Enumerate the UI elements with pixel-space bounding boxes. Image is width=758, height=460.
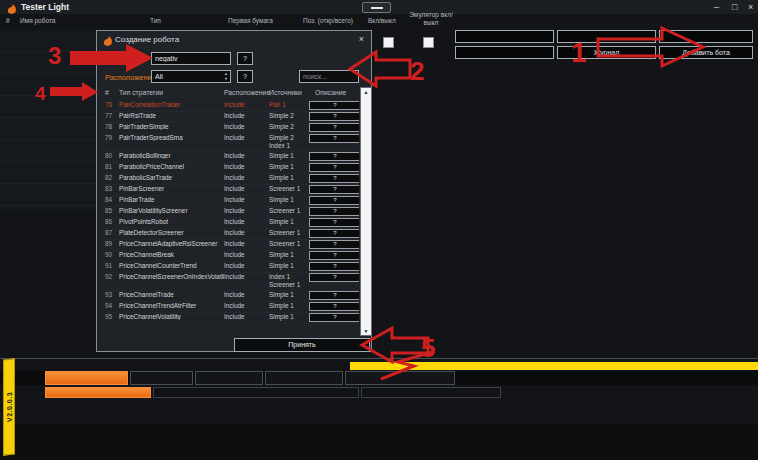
strategy-description-button[interactable]: ? [309,207,359,216]
strategy-description-button[interactable]: ? [309,262,359,271]
strategy-description-button[interactable]: ? [309,240,359,249]
strategy-description-button[interactable]: ? [309,163,359,172]
strategy-row-name: PinBarScreener [119,185,224,192]
bottom-tab[interactable] [265,371,343,385]
strategy-description-button[interactable]: ? [309,134,359,143]
close-button[interactable]: × [748,2,753,12]
spinner-icon[interactable]: ▲▼ [224,71,228,81]
add-bot-button[interactable]: Добавить бота [659,46,753,59]
strategy-row-sources: Simple 1 [269,313,309,321]
strategy-row[interactable]: 82 ParabolicSarTrade Include Simple 1 ? [97,174,359,185]
scroll-up-icon[interactable]: ▲ [361,88,371,96]
strategy-row[interactable]: 90 PriceChannelBreak Include Simple 1 ? [97,251,359,262]
bottom-subtab[interactable] [45,387,151,398]
emulator-checkbox[interactable] [423,37,434,48]
strategy-row[interactable]: 87 PlateDetectorScreener Include Screene… [97,229,359,240]
strategy-row-location: Include [224,185,269,192]
strategy-description-button[interactable]: ? [309,101,359,110]
onoff-checkbox[interactable] [383,37,394,48]
strategy-description-button[interactable]: ? [309,196,359,205]
dialog-title: Создание робота [115,35,179,44]
bottom-tab[interactable] [130,371,193,385]
strategy-row[interactable]: 79 PairTraderSpreadSma Include Simple 2I… [97,134,359,152]
accept-button[interactable]: Принять [234,338,370,352]
strategy-row-name: ParabolicBollinger [119,152,224,159]
main-col-first-paper: Первая бумага [228,17,273,24]
strategy-description-button[interactable]: ? [309,291,359,300]
strategy-row[interactable]: 84 PinBarTrade Include Simple 1 ? [97,196,359,207]
strategy-description-button[interactable]: ? [309,229,359,238]
main-col-emulator: Эмулятор вкл/выкл [408,11,454,27]
dialog-close-icon[interactable]: × [359,34,364,44]
strategy-row-location: Include [224,152,269,159]
journal-button[interactable]: Журнал [557,46,656,59]
strategy-row-number: 83 [105,185,119,192]
strategy-row[interactable]: 93 PriceChannelTrade Include Simple 1 ? [97,291,359,302]
strategy-row-name: PriceChannelScreenerOnIndexVolatility [119,273,224,280]
strategy-row[interactable]: 80 ParabolicBollinger Include Simple 1 ? [97,152,359,163]
search-input[interactable] [299,70,359,83]
strategy-row-location: Include [224,291,269,298]
strategy-row-number: 81 [105,163,119,170]
strategy-row-sources: Simple 2 [269,112,309,120]
strategy-row-name: PivotPointsRobot [119,218,224,225]
strategy-row[interactable]: 77 PairRsiTrade Include Simple 2 ? [97,112,359,123]
strategy-row-sources: Simple 1 [269,152,309,160]
strategy-description-button[interactable]: ? [309,302,359,311]
strategy-description-button[interactable]: ? [309,313,359,322]
location-help-button[interactable]: ? [237,70,253,83]
location-select[interactable]: All ▲▼ [151,70,231,83]
strategy-row-number: 87 [105,229,119,236]
bottom-subtab[interactable] [361,387,501,398]
strategy-row-number: 95 [105,313,119,320]
strategy-row-number: 89 [105,240,119,247]
maximize-button[interactable]: □ [732,2,737,12]
name-help-button[interactable]: ? [237,52,253,65]
strategy-row[interactable]: 94 PriceChannelTrendAtrFilter Include Si… [97,302,359,313]
bottom-tab[interactable] [45,371,128,385]
bottom-tab[interactable] [195,371,263,385]
main-col-robot-name: Имя робота [20,17,55,24]
splitter-handle-top[interactable] [362,2,391,13]
strategy-description-button[interactable]: ? [309,152,359,161]
strategy-row[interactable]: 76 PairCorrelationTrader Include Pair 1 … [97,101,359,112]
bottom-tab[interactable] [345,371,455,385]
strategy-row-number: 79 [105,134,119,141]
strategy-row-number: 90 [105,251,119,258]
minimize-button[interactable]: – [714,2,719,12]
strategy-row[interactable]: 85 PinBarVolatilityScreener Include Scre… [97,207,359,218]
strategy-row-sources: Screener 1 [269,240,309,248]
strategy-col-sources: Источники [269,89,302,96]
strategy-row[interactable]: 86 PivotPointsRobot Include Simple 1 ? [97,218,359,229]
strategy-list-scrollbar[interactable]: ▲ ▼ [360,87,372,336]
bottom-subtab[interactable] [153,387,359,398]
location-value: All [155,73,163,80]
strategy-row-location: Include [224,101,269,108]
strategy-description-button[interactable]: ? [309,273,359,282]
strategy-description-button[interactable]: ? [309,185,359,194]
strategy-row[interactable]: 89 PriceChannelAdaptiveRsiScreener Inclu… [97,240,359,251]
strategy-row[interactable]: 92 PriceChannelScreenerOnIndexVolatility… [97,273,359,291]
strategy-row-sources: Simple 2 [269,123,309,131]
strategy-description-button[interactable]: ? [309,174,359,183]
strategy-row[interactable]: 95 PriceChannelVolatility Include Simple… [97,313,359,324]
strategy-row-number: 80 [105,152,119,159]
strategy-row[interactable]: 91 PriceChannelCounterTrend Include Simp… [97,262,359,273]
strategy-row-sources: Screener 1 [269,185,309,193]
dialog-flame-icon [102,33,113,51]
strategy-description-button[interactable]: ? [309,123,359,132]
strategy-row-location: Include [224,229,269,236]
strategy-row[interactable]: 78 PairTraderSimple Include Simple 2 ? [97,123,359,134]
app-window: Tester Light – □ × # Имя робота Тип Перв… [0,0,758,460]
strategy-row-sources: Simple 1 [269,163,309,171]
strategy-description-button[interactable]: ? [309,251,359,260]
name-input[interactable] [151,52,231,65]
strategy-row-sources: Simple 1 [269,302,309,310]
strategy-description-button[interactable]: ? [309,218,359,227]
scroll-down-icon[interactable]: ▼ [361,327,371,335]
strategy-description-button[interactable]: ? [309,112,359,121]
strategy-row-location: Include [224,123,269,130]
strategy-row[interactable]: 83 PinBarScreener Include Screener 1 ? [97,185,359,196]
strategy-row-location: Include [224,163,269,170]
strategy-row[interactable]: 81 ParabolicPriceChannel Include Simple … [97,163,359,174]
